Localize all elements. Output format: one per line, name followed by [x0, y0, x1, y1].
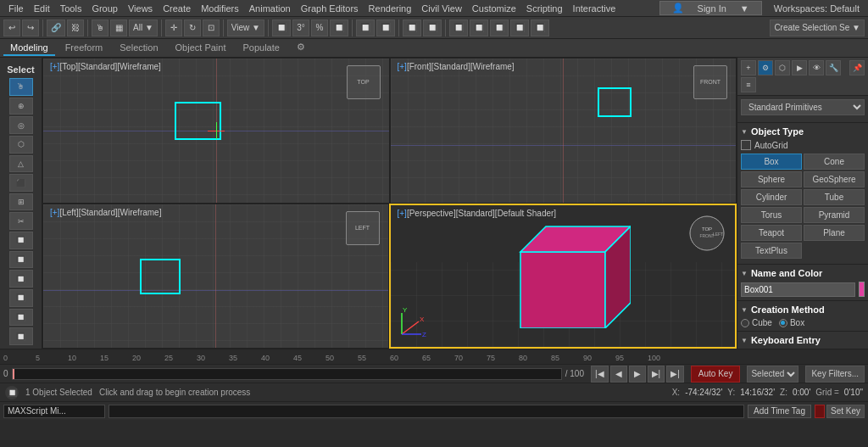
align-button[interactable]: 🔲: [376, 20, 395, 36]
curve-editor[interactable]: 🔲: [449, 20, 468, 36]
tab-selection[interactable]: Selection: [113, 41, 164, 56]
render-button[interactable]: 🔲: [531, 20, 549, 36]
spinner-snap[interactable]: 🔲: [330, 20, 348, 36]
plane-btn[interactable]: Plane: [804, 225, 865, 241]
tab-populate[interactable]: Populate: [236, 41, 286, 56]
set-key-btn[interactable]: Set Key: [826, 405, 865, 418]
auto-key-btn[interactable]: Auto Key: [691, 366, 741, 383]
torus-btn[interactable]: Torus: [741, 207, 802, 223]
play-btn[interactable]: ▶: [629, 366, 646, 383]
menu-rendering[interactable]: Rendering: [364, 3, 417, 14]
next-frame-btn[interactable]: ▶|: [648, 366, 665, 383]
menu-customize[interactable]: Customize: [467, 3, 521, 14]
left-tool-3[interactable]: ◎: [9, 116, 33, 134]
menu-graph-editors[interactable]: Graph Editors: [296, 3, 364, 14]
menu-group[interactable]: Group: [86, 3, 123, 14]
angle-snap[interactable]: 3°: [292, 20, 309, 36]
display-btn[interactable]: 👁: [809, 60, 824, 75]
left-tool-9[interactable]: 🔲: [9, 232, 33, 249]
left-tool-12[interactable]: 🔲: [9, 289, 33, 307]
tab-settings[interactable]: ⚙: [290, 40, 312, 56]
material-editor[interactable]: 🔲: [490, 20, 509, 36]
selected-dropdown[interactable]: Selected: [747, 366, 798, 383]
timeline-ruler[interactable]: 0 5 10 15 20 25 30 35 40 45 50 55 60 65 …: [0, 349, 868, 364]
left-tool-2[interactable]: ⊕: [9, 98, 33, 115]
undo-button[interactable]: ↩: [3, 20, 20, 36]
left-tool-13[interactable]: 🔲: [9, 309, 33, 327]
redo-button[interactable]: ↪: [22, 20, 39, 36]
menu-civil-view[interactable]: Civil View: [416, 3, 466, 14]
left-tool-10[interactable]: 🔲: [9, 251, 33, 269]
unlink-button[interactable]: ⛓: [67, 20, 84, 36]
box-radio[interactable]: Box: [779, 318, 804, 327]
settings-btn[interactable]: ≡: [741, 77, 756, 92]
nav-cube-top[interactable]: TOP: [347, 65, 381, 99]
menu-tools[interactable]: Tools: [55, 3, 87, 14]
select-filter-dropdown[interactable]: All ▼: [129, 20, 158, 36]
timeline-track[interactable]: [12, 368, 562, 380]
menu-create[interactable]: Create: [158, 3, 196, 14]
box-btn[interactable]: Box: [741, 154, 802, 170]
reference-dropdown[interactable]: View ▼: [227, 20, 264, 36]
motion-btn[interactable]: ▶: [792, 60, 807, 75]
utilities-btn[interactable]: 🔧: [826, 60, 841, 75]
mirror-button[interactable]: 🔲: [356, 20, 375, 36]
viewport-perspective[interactable]: [+][Perspective][Standard][Default Shade…: [389, 204, 737, 349]
autogrid-checkbox[interactable]: [741, 140, 751, 150]
nav-cube-persp[interactable]: TOP FRONT LEFT: [686, 212, 728, 254]
left-tool-11[interactable]: 🔲: [9, 270, 33, 288]
maxscript-mini[interactable]: MAXScript Mi...: [3, 405, 105, 418]
select-button[interactable]: 🖱: [92, 20, 108, 36]
layer-mgr[interactable]: 🔲: [403, 20, 421, 36]
cone-btn[interactable]: Cone: [804, 154, 865, 170]
menu-file[interactable]: File: [3, 3, 29, 14]
primitives-dropdown[interactable]: Standard Primitives: [741, 99, 865, 115]
rotate-button[interactable]: ↻: [184, 20, 201, 36]
tab-object-paint[interactable]: Object Paint: [169, 41, 233, 56]
viewport-left[interactable]: [+][Left][Standard][Wireframe] LEFT: [42, 204, 389, 349]
left-tool-8[interactable]: ✂: [9, 212, 33, 230]
render-setup[interactable]: 🔲: [510, 20, 529, 36]
teapot-btn[interactable]: Teapot: [741, 225, 802, 241]
viewport-front[interactable]: [+][Front][Standard][Wireframe] FRONT: [390, 58, 737, 204]
left-tool-6[interactable]: ⬛: [9, 174, 33, 192]
tab-modeling[interactable]: Modeling: [3, 41, 55, 56]
go-end-btn[interactable]: ▶|: [666, 366, 684, 383]
snap-toggle[interactable]: 🔲: [272, 20, 291, 36]
menu-views[interactable]: Views: [123, 3, 158, 14]
menu-interactive[interactable]: Interactive: [568, 3, 621, 14]
key-filters-btn[interactable]: Key Filters...: [805, 366, 865, 383]
menu-modifiers[interactable]: Modifiers: [196, 3, 244, 14]
left-tool-select[interactable]: 🖱: [9, 78, 33, 96]
add-time-tag-btn[interactable]: Add Time Tag: [748, 405, 811, 418]
menu-animation[interactable]: Animation: [244, 3, 296, 14]
object-name-input[interactable]: [741, 282, 855, 297]
menu-scripting[interactable]: Scripting: [521, 3, 568, 14]
pin-btn[interactable]: 📌: [849, 60, 865, 75]
pyramid-btn[interactable]: Pyramid: [804, 207, 865, 223]
sphere-btn[interactable]: Sphere: [741, 171, 802, 187]
viewport-top[interactable]: [+][Top][Standard][Wireframe] TOP: [42, 58, 390, 204]
scene-explorer[interactable]: 🔲: [423, 20, 442, 36]
link-button[interactable]: 🔗: [47, 20, 65, 36]
prev-frame-btn[interactable]: ◀: [610, 366, 627, 383]
set-key-icon[interactable]: [815, 405, 825, 418]
create-panel-btn[interactable]: +: [741, 60, 756, 75]
cube-radio[interactable]: Cube: [741, 318, 772, 327]
modify-panel-btn[interactable]: ⚙: [758, 60, 773, 75]
left-tool-7[interactable]: ⊞: [9, 193, 33, 211]
go-start-btn[interactable]: |◀: [591, 366, 609, 383]
hierarchy-btn[interactable]: ⬡: [775, 60, 790, 75]
sign-in-button[interactable]: 👤 Sign In ▼: [659, 1, 762, 15]
schematic-view[interactable]: 🔲: [470, 20, 488, 36]
create-selection-dropdown[interactable]: Create Selection Se ▼: [770, 20, 865, 36]
color-swatch[interactable]: [859, 282, 865, 297]
select-region-button[interactable]: ▦: [110, 20, 127, 36]
left-tool-14[interactable]: 🔲: [9, 327, 33, 345]
tube-btn[interactable]: Tube: [804, 189, 865, 205]
geosphere-btn[interactable]: GeoSphere: [804, 171, 865, 187]
textplus-btn[interactable]: TextPlus: [741, 243, 802, 259]
move-button[interactable]: ✛: [165, 20, 182, 36]
cylinder-btn[interactable]: Cylinder: [741, 189, 802, 205]
left-tool-5[interactable]: △: [9, 155, 33, 173]
